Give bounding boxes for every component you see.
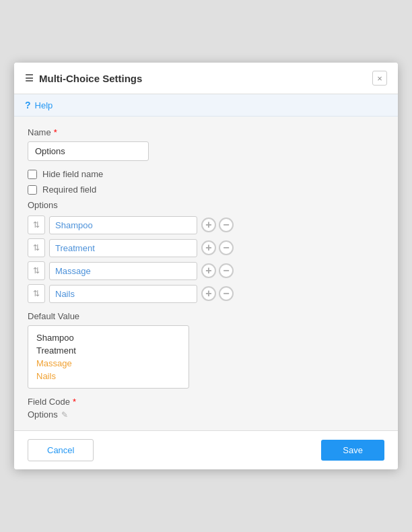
option-row-2: ⇅ + − [28,261,384,280]
default-value-item-2[interactable]: Massage [36,357,180,370]
add-option-0-button[interactable]: + [201,218,216,232]
field-code-section: Field Code * Options ✎ [28,397,384,420]
close-button[interactable]: × [372,71,387,86]
add-option-1-button[interactable]: + [201,240,216,255]
multi-choice-settings-dialog: ☰ Multi-Choice Settings × ? Help Name * … [14,63,398,469]
required-star: * [54,127,57,137]
dialog-body: Name * Hide field name Required field Op… [14,117,398,430]
default-value-item-3[interactable]: Nails [36,370,180,383]
default-value-section: Default Value Shampoo Treatment Massage … [28,311,384,389]
required-field-checkbox[interactable] [28,185,37,195]
option-row-3: ⇅ + − [28,284,384,303]
add-remove-btns-3: + − [201,286,234,301]
required-field-row: Required field [28,185,384,195]
name-input[interactable] [28,141,149,161]
required-field-label: Required field [42,185,96,195]
drag-handle-1[interactable]: ⇅ [28,238,45,257]
cancel-button[interactable]: Cancel [28,439,94,461]
option-input-1[interactable] [49,239,197,257]
field-code-value-row: Options ✎ [28,409,384,420]
help-link[interactable]: Help [35,100,53,110]
hide-field-name-label: Hide field name [42,169,103,179]
name-label: Name * [28,127,384,137]
option-input-2[interactable] [49,262,197,280]
default-value-label: Default Value [28,311,384,321]
drag-handle-2[interactable]: ⇅ [28,261,45,280]
default-value-item-1[interactable]: Treatment [36,344,180,357]
add-remove-btns-0: + − [201,218,234,232]
add-remove-btns-1: + − [201,240,234,255]
option-input-0[interactable] [49,216,197,234]
add-option-2-button[interactable]: + [201,263,216,278]
table-icon: ☰ [25,73,34,84]
add-remove-btns-2: + − [201,263,234,278]
edit-icon[interactable]: ✎ [61,410,68,420]
options-label: Options [28,200,384,210]
option-row-1: ⇅ + − [28,238,384,257]
help-icon: ? [25,100,31,110]
field-code-label: Field Code * [28,397,384,407]
hide-field-name-checkbox[interactable] [28,170,37,179]
save-button[interactable]: Save [321,440,384,461]
drag-handle-3[interactable]: ⇅ [28,284,45,303]
dialog-footer: Cancel Save [14,430,398,469]
name-section: Name * [28,127,384,161]
remove-option-2-button[interactable]: − [219,263,234,278]
help-bar: ? Help [14,94,398,117]
default-value-item-0[interactable]: Shampoo [36,331,180,344]
dialog-header: ☰ Multi-Choice Settings × [14,63,398,94]
hide-field-name-row: Hide field name [28,169,384,179]
dialog-title: ☰ Multi-Choice Settings [25,73,142,84]
option-input-3[interactable] [49,285,197,303]
dialog-title-text: Multi-Choice Settings [39,73,142,84]
default-value-list[interactable]: Shampoo Treatment Massage Nails [28,325,189,389]
option-row-0: ⇅ + − [28,215,384,234]
field-code-text: Options [28,409,58,420]
remove-option-1-button[interactable]: − [219,240,234,255]
add-option-3-button[interactable]: + [201,286,216,301]
remove-option-3-button[interactable]: − [219,286,234,301]
field-code-required-star: * [73,397,76,407]
drag-handle-0[interactable]: ⇅ [28,215,45,234]
remove-option-0-button[interactable]: − [219,218,234,232]
